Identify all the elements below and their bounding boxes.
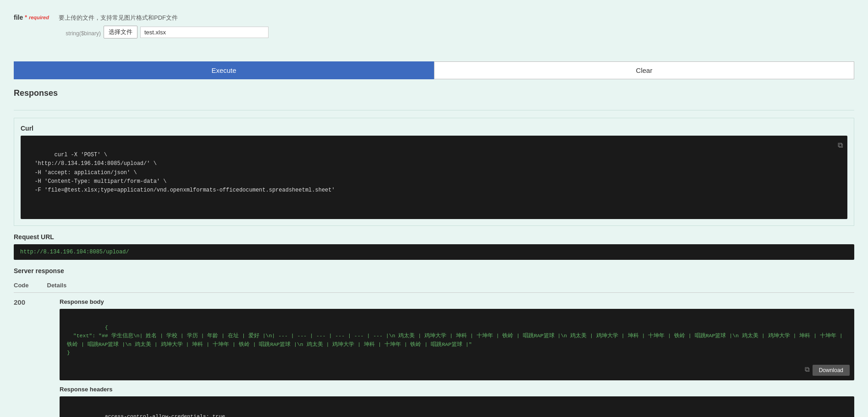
details-col-header: Details [47,282,67,289]
response-body-text: { "text": "## 学生信息\n| 姓名 | 学校 | 学历 | 年龄 … [67,324,846,356]
choose-file-button[interactable]: 选择文件 [104,26,137,38]
execute-button[interactable]: Execute [14,61,434,79]
download-area: ⧉ Download [805,365,850,376]
response-copy-icon[interactable]: ⧉ [805,365,810,376]
responses-divider [14,110,854,110]
file-label: file * required [14,14,50,21]
request-url-label: Request URL [14,233,854,241]
required-text: required [29,15,49,20]
file-name-display: test.xlsx [140,27,269,38]
request-url-block: http://8.134.196.104:8085/upload/ [14,244,854,260]
main-container: file * required 要上传的文件，支持常见图片格式和PDF文件 st… [0,0,868,417]
curl-code-block: curl -X 'POST' \ 'http://8.134.196.104:8… [21,136,847,219]
headers-text: access-control-allow-credentials: true a… [67,413,238,417]
download-button[interactable]: Download [813,365,850,376]
clear-button[interactable]: Clear [434,61,854,79]
curl-copy-icon[interactable]: ⧉ [838,140,843,152]
status-code-200: 200 [14,298,41,306]
file-input-row: string($binary) 选择文件 test.xlsx [55,26,854,38]
response-body-block: { "text": "## 学生信息\n| 姓名 | 学校 | 学历 | 年龄 … [60,309,854,381]
file-description: 要上传的文件，支持常见图片格式和PDF文件 [59,14,178,22]
headers-code-block: access-control-allow-credentials: true a… [60,396,854,417]
response-body-label: Response body [60,298,854,305]
file-section: file * required 要上传的文件，支持常见图片格式和PDF文件 st… [14,9,854,48]
file-label-row: file * required 要上传的文件，支持常见图片格式和PDF文件 [14,14,854,22]
server-response-label: Server response [14,267,854,274]
request-url-section: Request URL http://8.134.196.104:8085/up… [14,233,854,260]
curl-label: Curl [21,125,847,132]
curl-code-text: curl -X 'POST' \ 'http://8.134.196.104:8… [28,152,335,193]
responses-section: Responses Curl curl -X 'POST' \ 'http://… [14,88,854,417]
file-label-text: file [14,14,23,21]
response-headers-label: Response headers [60,386,854,393]
required-star: * [25,14,27,21]
responses-title: Responses [14,88,854,103]
response-row-200: 200 Response body { "text": "## 学生信息\n| … [14,293,854,417]
curl-section: Curl curl -X 'POST' \ 'http://8.134.196.… [14,118,854,226]
code-col-header: Code [14,282,29,289]
button-row: Execute Clear [14,61,854,79]
code-details-header: Code Details [14,278,854,293]
file-type-label: string($binary) [55,27,101,37]
server-response-section: Server response Code Details 200 Respons… [14,267,854,417]
response-details: Response body { "text": "## 学生信息\n| 姓名 |… [60,298,854,417]
